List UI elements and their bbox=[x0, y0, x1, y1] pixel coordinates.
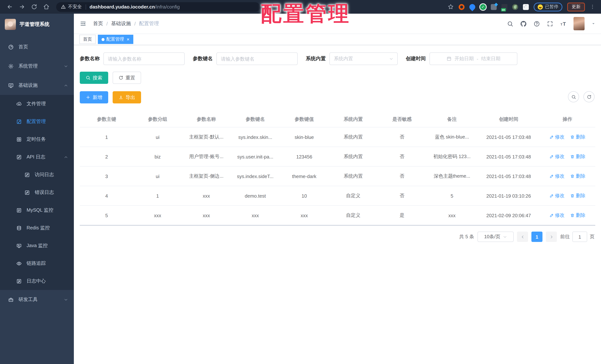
page-size-select[interactable]: 10条/页 bbox=[478, 232, 514, 242]
edit-link[interactable]: 修改 bbox=[550, 212, 565, 219]
sidebar-item[interactable]: 首页 bbox=[0, 37, 74, 57]
help-icon[interactable] bbox=[534, 20, 540, 27]
delete-link[interactable]: 删除 bbox=[570, 134, 585, 140]
tag-close-icon[interactable]: × bbox=[127, 37, 130, 42]
sidebar-item[interactable]: 系统管理 bbox=[0, 57, 74, 76]
extension-leaf-icon[interactable] bbox=[512, 4, 518, 10]
reset-button[interactable]: 重置 bbox=[113, 72, 141, 84]
edit-pen-icon bbox=[550, 154, 554, 159]
system-builtin-label: 系统内置 bbox=[306, 55, 326, 62]
delete-link[interactable]: 删除 bbox=[570, 153, 585, 160]
date-start-placeholder: 开始日期 bbox=[455, 55, 474, 62]
app-title: 芋道管理系统 bbox=[20, 21, 50, 28]
sidebar-item[interactable]: 访问日志 bbox=[0, 166, 74, 183]
export-button[interactable]: 导出 bbox=[113, 91, 141, 103]
header-search-icon[interactable] bbox=[507, 20, 513, 27]
page-number-button[interactable]: 1 bbox=[531, 232, 542, 242]
param-name-input[interactable] bbox=[103, 52, 185, 65]
not-secure-warning-icon bbox=[61, 4, 66, 9]
avatar-caret-down-icon[interactable] bbox=[591, 22, 595, 25]
create-time-label: 创建时间 bbox=[406, 55, 426, 62]
edit-link[interactable]: 修改 bbox=[550, 153, 565, 160]
edit-link[interactable]: 修改 bbox=[550, 173, 565, 180]
prev-page-button[interactable] bbox=[517, 232, 528, 242]
sidebar-item[interactable]: 配置管理 bbox=[0, 113, 74, 130]
sidebar-item[interactable]: Redis 监控 bbox=[0, 219, 74, 237]
param-key-label: 参数键名 bbox=[193, 55, 213, 62]
tag[interactable]: 首页 bbox=[80, 35, 96, 44]
add-button[interactable]: 新增 bbox=[80, 91, 108, 103]
font-size-icon[interactable]: TT bbox=[560, 20, 566, 27]
chevron-up-icon bbox=[64, 155, 68, 159]
sidebar-item[interactable]: 定时任务 bbox=[0, 130, 74, 148]
table-row: 41xxx demo.test10自定义 否52021-01-19 03:10:… bbox=[80, 186, 595, 206]
system-builtin-select[interactable]: 系统内置 bbox=[329, 52, 398, 65]
sidebar-logo-row[interactable]: 芋道管理系统 bbox=[0, 14, 74, 35]
sidebar-item[interactable]: MySQL 监控 bbox=[0, 201, 74, 219]
edit-pen-icon bbox=[550, 213, 554, 218]
goto-page-input[interactable] bbox=[572, 232, 587, 242]
table-row: 1ui主框架页-默认... sys.index.skin...skin-blue… bbox=[80, 127, 595, 147]
page-unit-label: 页 bbox=[590, 233, 595, 240]
browser-forward-icon[interactable] bbox=[19, 4, 25, 10]
chevron-left-icon bbox=[521, 235, 525, 239]
sidebar-item[interactable]: 错误日志 bbox=[0, 183, 74, 201]
sidebar-item[interactable]: 研发工具 bbox=[0, 290, 74, 309]
chevron-right-icon bbox=[549, 235, 553, 239]
sidebar-item[interactable]: 基础设施 bbox=[0, 76, 74, 95]
fullscreen-icon[interactable] bbox=[547, 20, 553, 27]
extensions-puzzle-icon[interactable] bbox=[523, 4, 529, 10]
search-button[interactable]: 搜索 bbox=[80, 72, 108, 84]
browser-update-button[interactable]: 更新 bbox=[567, 2, 585, 11]
sidebar: 芋道管理系统 首页 系统管理 基础设施 文件管理 配置管理 定时任务 API 日… bbox=[0, 14, 74, 364]
browser-back-icon[interactable] bbox=[7, 4, 13, 10]
address-bar[interactable]: 不安全 dashboard.yudao.iocoder.cn /infra/co… bbox=[56, 2, 260, 12]
toolbox-icon bbox=[8, 297, 14, 302]
delete-link[interactable]: 删除 bbox=[570, 192, 585, 199]
extension-check-icon[interactable]: ✓ bbox=[480, 4, 486, 10]
next-page-button[interactable] bbox=[546, 232, 557, 242]
profile-paused-pill[interactable]: 已暂停 bbox=[534, 2, 562, 11]
sidebar-item[interactable]: 文件管理 bbox=[0, 95, 74, 113]
bookmark-star-icon[interactable] bbox=[448, 4, 454, 10]
delete-link[interactable]: 删除 bbox=[570, 212, 585, 219]
filter-form: 参数名称 参数键名 系统内置 系统内置 bbox=[80, 52, 595, 65]
browser-home-icon[interactable] bbox=[43, 4, 50, 10]
trash-icon bbox=[570, 154, 575, 159]
chevron-down-icon bbox=[389, 57, 393, 61]
tag[interactable]: 配置管理 × bbox=[98, 35, 133, 44]
navbar-actions: TT bbox=[507, 17, 601, 30]
date-separator: - bbox=[477, 56, 478, 61]
breadcrumb-infra[interactable]: 基础设施 bbox=[111, 20, 131, 27]
browser-reload-icon[interactable] bbox=[31, 4, 37, 10]
sidebar-item[interactable]: Java 监控 bbox=[0, 237, 74, 254]
main-area: 首页 / 基础设施 / 配置管理 TT 首页 bbox=[74, 14, 601, 364]
col-remark: 备注 bbox=[426, 111, 478, 127]
user-avatar[interactable] bbox=[573, 17, 585, 30]
browser-menu-icon[interactable] bbox=[590, 4, 595, 10]
extension-slate-icon[interactable] bbox=[491, 4, 497, 10]
refresh-table-button[interactable] bbox=[583, 91, 595, 102]
github-icon[interactable] bbox=[520, 20, 527, 27]
url-divider bbox=[85, 4, 86, 10]
delete-link[interactable]: 删除 bbox=[570, 173, 585, 180]
total-count: 共 5 条 bbox=[459, 233, 474, 240]
edit-link[interactable]: 修改 bbox=[550, 134, 565, 140]
param-key-input[interactable] bbox=[216, 52, 298, 65]
gear-icon bbox=[8, 63, 14, 69]
extension-pin-icon[interactable] bbox=[468, 3, 476, 11]
log-edit-icon bbox=[16, 154, 22, 160]
collapse-menu-icon[interactable] bbox=[80, 20, 86, 27]
table-tools bbox=[568, 91, 595, 102]
sidebar-item[interactable]: 链路追踪 bbox=[0, 254, 74, 272]
extension-orange-icon[interactable] bbox=[459, 4, 465, 10]
date-end-placeholder: 结束日期 bbox=[481, 55, 500, 62]
toggle-search-button[interactable] bbox=[568, 91, 579, 102]
sidebar-item[interactable]: 日志中心 bbox=[0, 272, 74, 290]
date-range-picker[interactable]: 开始日期 - 结束日期 bbox=[430, 52, 517, 65]
breadcrumb-home[interactable]: 首页 bbox=[93, 20, 103, 27]
sidebar-item[interactable]: API 日志 bbox=[0, 148, 74, 166]
extension-on-icon[interactable]: on bbox=[501, 4, 507, 10]
plus-icon bbox=[86, 95, 90, 100]
edit-link[interactable]: 修改 bbox=[550, 192, 565, 199]
